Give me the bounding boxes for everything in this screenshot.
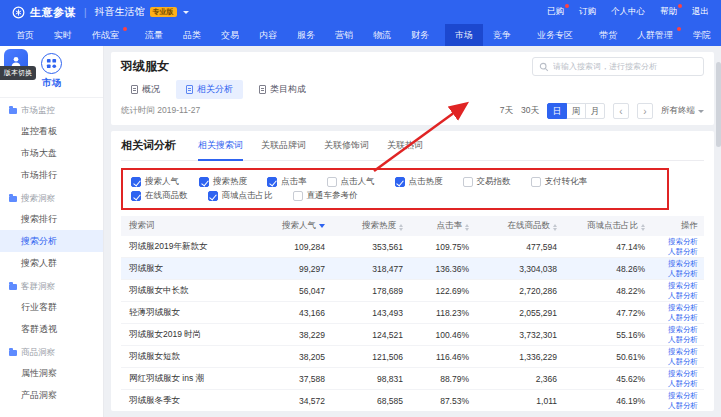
nav-item[interactable]: 内容: [249, 24, 287, 46]
nav-item[interactable]: 首页: [6, 24, 44, 46]
nav-item[interactable]: 作战室: [82, 24, 129, 46]
filter-checkbox-item[interactable]: 搜索人气: [131, 176, 179, 188]
version-switch-tag[interactable]: 版本切换: [0, 66, 36, 80]
nav-item[interactable]: 学院: [683, 24, 721, 46]
action-link[interactable]: 搜索分析: [659, 237, 698, 247]
action-link[interactable]: 人群分析: [659, 291, 698, 301]
sidebar-item[interactable]: 搜索排行: [0, 208, 103, 230]
topbar-link[interactable]: 退出: [692, 6, 709, 18]
sidebar-item[interactable]: 客群透视: [0, 318, 103, 340]
granularity-button[interactable]: 月: [585, 103, 605, 119]
nav-item[interactable]: 流量: [135, 24, 173, 46]
table-row[interactable]: 羽绒服女短款38,205121,506116.46%1,336,22950.61…: [121, 346, 704, 368]
scrollbar-thumb[interactable]: [716, 62, 721, 147]
action-link[interactable]: 人群分析: [659, 313, 698, 323]
filter-checkbox-item[interactable]: 点击人气: [327, 176, 375, 188]
next-button[interactable]: ›: [637, 103, 653, 119]
table-row[interactable]: 羽绒服女99,297318,477136.36%3,304,03848.26%搜…: [121, 258, 704, 280]
action-link[interactable]: 人群分析: [659, 247, 698, 257]
tab[interactable]: 相关分析: [176, 80, 243, 99]
column-header[interactable]: 在线商品数: [479, 220, 567, 232]
action-link[interactable]: 人群分析: [659, 379, 698, 389]
checkbox-checked-icon[interactable]: [208, 191, 218, 201]
nav-item[interactable]: 竞争: [483, 24, 521, 46]
section-tab[interactable]: 关联修饰词: [324, 139, 369, 161]
sidebar-item[interactable]: 市场大盘: [0, 142, 103, 164]
action-link[interactable]: 搜索分析: [659, 347, 698, 357]
action-link[interactable]: 人群分析: [659, 401, 698, 411]
filter-checkbox-item[interactable]: 在线商品数: [131, 190, 188, 202]
action-link[interactable]: 搜索分析: [659, 259, 698, 269]
filter-checkbox-item[interactable]: 交易指数: [463, 176, 511, 188]
filter-checkbox-item[interactable]: 点击率: [267, 176, 307, 188]
action-link[interactable]: 人群分析: [659, 335, 698, 345]
action-link[interactable]: 搜索分析: [659, 369, 698, 379]
checkbox-checked-icon[interactable]: [395, 177, 405, 187]
sidebar-item[interactable]: 监控看板: [0, 120, 103, 142]
sidebar-item[interactable]: 属性洞察: [0, 362, 103, 384]
nav-item[interactable]: 实时: [44, 24, 82, 46]
column-header[interactable]: 点击率: [413, 220, 479, 232]
checkbox-unchecked-icon[interactable]: [327, 177, 337, 187]
section-tab[interactable]: 相关搜索词: [198, 139, 243, 161]
search-input[interactable]: [553, 62, 697, 71]
section-tab[interactable]: 关联热词: [387, 139, 423, 161]
tab[interactable]: 概况: [121, 80, 170, 99]
sidebar-item[interactable]: 市场排行: [0, 164, 103, 186]
nav-item[interactable]: 带货: [589, 24, 627, 46]
action-link[interactable]: 人群分析: [659, 269, 698, 279]
terminal-select[interactable]: 所有终端: [661, 105, 704, 117]
filter-checkbox-item[interactable]: 点击热度: [395, 176, 443, 188]
section-tab[interactable]: 关联品牌词: [261, 139, 306, 161]
filter-checkbox-item[interactable]: 支付转化率: [531, 176, 588, 188]
topbar-link[interactable]: 帮助: [660, 6, 677, 18]
table-row[interactable]: 轻薄羽绒服女43,166143,493118.23%2,055,29147.72…: [121, 302, 704, 324]
nav-item[interactable]: 服务: [287, 24, 325, 46]
granularity-button[interactable]: 日: [547, 103, 567, 119]
range-button[interactable]: 7天: [500, 105, 513, 117]
nav-item[interactable]: 品类: [173, 24, 211, 46]
topbar-link[interactable]: 订购: [579, 6, 596, 18]
tab[interactable]: 类目构成: [249, 80, 316, 99]
sidebar-item[interactable]: 搜索分析: [0, 230, 103, 252]
column-header[interactable]: 搜索人气: [261, 220, 335, 232]
nav-item[interactable]: 财务: [401, 24, 439, 46]
chevron-down-icon[interactable]: [183, 11, 189, 14]
filter-checkbox-item[interactable]: 商城点击占比: [208, 190, 273, 202]
column-header[interactable]: 搜索热度: [335, 220, 413, 232]
checkbox-unchecked-icon[interactable]: [293, 191, 303, 201]
checkbox-checked-icon[interactable]: [131, 191, 141, 201]
filter-checkbox-item[interactable]: 搜索热度: [199, 176, 247, 188]
granularity-button[interactable]: 周: [566, 103, 586, 119]
nav-item[interactable]: 交易: [211, 24, 249, 46]
table-row[interactable]: 羽绒服2019年新款女109,284353,561109.75%477,5944…: [121, 236, 704, 258]
range-button[interactable]: 30天: [521, 105, 539, 117]
nav-item[interactable]: 业务专区: [527, 24, 583, 46]
scrollbar[interactable]: [715, 46, 721, 417]
topbar-link[interactable]: 已购: [547, 6, 564, 18]
checkbox-unchecked-icon[interactable]: [463, 177, 473, 187]
sidebar-item[interactable]: 搜索人群: [0, 252, 103, 274]
sidebar-item[interactable]: 产品洞察: [0, 384, 103, 406]
table-row[interactable]: 羽绒服冬季女34,57268,58587.53%1,01146.19%搜索分析人…: [121, 390, 704, 411]
filter-checkbox-item[interactable]: 直通车参考价: [293, 190, 358, 202]
column-header[interactable]: 商城点击占比: [567, 220, 655, 232]
checkbox-checked-icon[interactable]: [267, 177, 277, 187]
table-row[interactable]: 羽绒服女中长款56,047178,689122.69%2,720,28648.2…: [121, 280, 704, 302]
action-link[interactable]: 搜索分析: [659, 325, 698, 335]
action-link[interactable]: 人群分析: [659, 357, 698, 367]
nav-item[interactable]: 营销: [325, 24, 363, 46]
topbar-link[interactable]: 个人中心: [611, 6, 645, 18]
nav-item[interactable]: 物流: [363, 24, 401, 46]
checkbox-checked-icon[interactable]: [131, 177, 141, 187]
checkbox-checked-icon[interactable]: [199, 177, 209, 187]
action-link[interactable]: 搜索分析: [659, 303, 698, 313]
prev-button[interactable]: ‹: [613, 103, 629, 119]
nav-item[interactable]: 人群管理: [627, 24, 683, 46]
table-row[interactable]: 羽绒服女2019 时尚38,229124,521100.46%3,732,301…: [121, 324, 704, 346]
sidebar-item[interactable]: 行业客群: [0, 296, 103, 318]
checkbox-unchecked-icon[interactable]: [531, 177, 541, 187]
action-link[interactable]: 搜索分析: [659, 391, 698, 401]
table-row[interactable]: 网红羽绒服女 ins 潮37,58898,83188.79%2,36645.62…: [121, 368, 704, 390]
action-link[interactable]: 搜索分析: [659, 281, 698, 291]
